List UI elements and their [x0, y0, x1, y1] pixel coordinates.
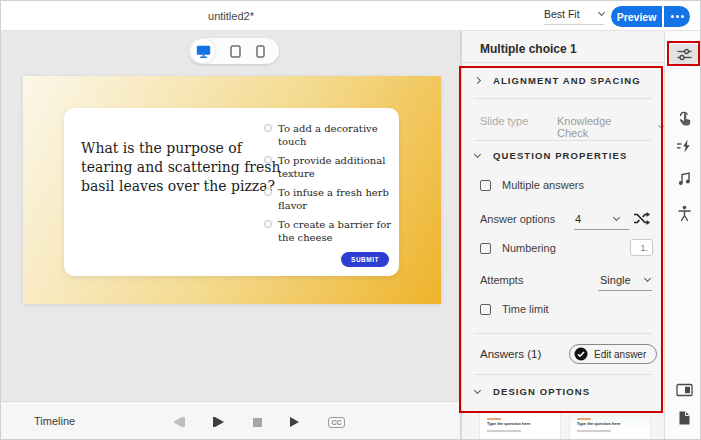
time-limit-checkbox[interactable]	[480, 304, 491, 315]
section-question-properties[interactable]: QUESTION PROPERTIES	[475, 150, 627, 161]
slide-preview[interactable]: What is the purpose of tearing and scatt…	[23, 76, 441, 304]
step-back-icon	[173, 417, 182, 427]
ellipsis-icon	[671, 15, 674, 18]
slide-type-dropdown[interactable]: Knowledge Check	[557, 115, 664, 139]
check-circle-icon	[574, 347, 588, 361]
chevron-right-icon	[474, 77, 481, 84]
panel-layout-tool-button[interactable]	[665, 378, 701, 402]
numbering-row: Numbering	[480, 242, 556, 254]
app-window: untitled2* Best Fit Preview	[0, 0, 701, 440]
attempts-label: Attempts	[480, 274, 523, 286]
step-forward-icon	[215, 417, 224, 427]
numbering-format-box[interactable]: 1.	[630, 239, 653, 256]
phone-icon	[256, 45, 265, 58]
zoom-fit-dropdown[interactable]: Best Fit	[544, 8, 604, 25]
zoom-fit-label: Best Fit	[544, 8, 580, 20]
preview-button[interactable]: Preview	[611, 6, 662, 27]
multiple-answers-row: Multiple answers	[480, 179, 584, 191]
section-alignment-and-spacing[interactable]: ALIGNMENT AND SPACING	[475, 75, 641, 86]
interactions-tool-button[interactable]	[665, 106, 701, 130]
cc-icon: CC	[328, 417, 345, 428]
radio-icon	[264, 220, 272, 228]
chevron-down-icon	[474, 150, 481, 157]
numbering-checkbox[interactable]	[480, 243, 491, 254]
chevron-down-icon	[613, 214, 620, 221]
sliders-icon	[676, 47, 693, 62]
properties-panel: Multiple choice 1 ALIGNMENT AND SPACING …	[461, 31, 664, 440]
time-limit-row: Time limit	[480, 303, 549, 315]
section-design-options[interactable]: DESIGN OPTIONS	[475, 386, 590, 397]
answer-options-dropdown[interactable]: 4	[575, 213, 619, 225]
monitor-icon	[196, 45, 211, 58]
animations-tool-button[interactable]	[665, 134, 701, 158]
answer-option[interactable]: To infuse a fresh herb flavor	[264, 186, 394, 212]
visual-properties-tool-button[interactable]	[665, 42, 701, 66]
question-text[interactable]: What is the purpose of tearing and scatt…	[81, 139, 293, 196]
device-preview-toggle	[189, 38, 279, 64]
timeline-label: Timeline	[34, 415, 75, 427]
chevron-down-icon	[598, 9, 605, 16]
tap-hand-icon	[676, 110, 692, 127]
radio-icon	[264, 124, 272, 132]
shuffle-answers-button[interactable]	[633, 211, 650, 226]
step-forward-button[interactable]	[213, 417, 225, 427]
play-button[interactable]	[290, 417, 299, 427]
play-icon	[290, 417, 299, 427]
step-back-button[interactable]	[173, 417, 185, 427]
answer-options-label: Answer options	[480, 213, 555, 225]
shuffle-icon	[633, 211, 650, 226]
audio-tool-button[interactable]	[665, 166, 701, 190]
multiple-answers-checkbox[interactable]	[480, 180, 491, 191]
music-note-icon	[677, 170, 692, 186]
answers-count-label: Answers (1)	[480, 348, 541, 360]
question-card: What is the purpose of tearing and scatt…	[64, 108, 399, 276]
document-icon	[677, 410, 691, 426]
right-icon-rail	[664, 31, 701, 440]
playback-controls: CC	[173, 412, 345, 432]
stop-icon	[253, 418, 262, 427]
timeline-bar: Timeline CC	[1, 401, 461, 440]
tablet-preview-button[interactable]	[222, 38, 248, 64]
answer-option[interactable]: To provide additional texture	[264, 154, 394, 180]
answer-options-list: To add a decorative touch To provide add…	[264, 122, 394, 250]
phone-preview-button[interactable]	[247, 38, 273, 64]
closed-captions-button[interactable]: CC	[328, 417, 345, 428]
stage-canvas: What is the purpose of tearing and scatt…	[1, 31, 461, 401]
slide-type-label: Slide type	[480, 115, 528, 127]
chevron-down-icon	[474, 386, 481, 393]
notes-tool-button[interactable]	[665, 406, 701, 430]
more-options-button[interactable]	[664, 6, 690, 27]
submit-button[interactable]: SUBMIT	[341, 252, 389, 267]
accessibility-tool-button[interactable]	[665, 201, 701, 225]
edit-answer-button[interactable]: Edit answer	[569, 344, 657, 364]
tablet-icon	[230, 45, 241, 58]
attempts-dropdown[interactable]: Single	[600, 274, 650, 286]
desktop-preview-button[interactable]	[190, 38, 216, 64]
layout-panel-icon	[676, 383, 693, 397]
accessibility-person-icon	[677, 205, 692, 222]
top-bar: untitled2* Best Fit Preview	[1, 1, 701, 31]
chevron-down-icon	[644, 275, 651, 282]
lightning-icon	[676, 138, 692, 154]
design-option-thumbnail[interactable]: Type the question here	[480, 411, 560, 440]
answer-option[interactable]: To create a barrier for the cheese	[264, 218, 394, 244]
design-option-thumbnail[interactable]: Type the question here	[570, 411, 650, 440]
stop-button[interactable]	[253, 418, 262, 427]
panel-title: Multiple choice 1	[480, 42, 577, 56]
document-title: untitled2*	[1, 10, 461, 22]
answer-option[interactable]: To add a decorative touch	[264, 122, 394, 148]
radio-icon	[264, 188, 272, 196]
radio-icon	[264, 156, 272, 164]
